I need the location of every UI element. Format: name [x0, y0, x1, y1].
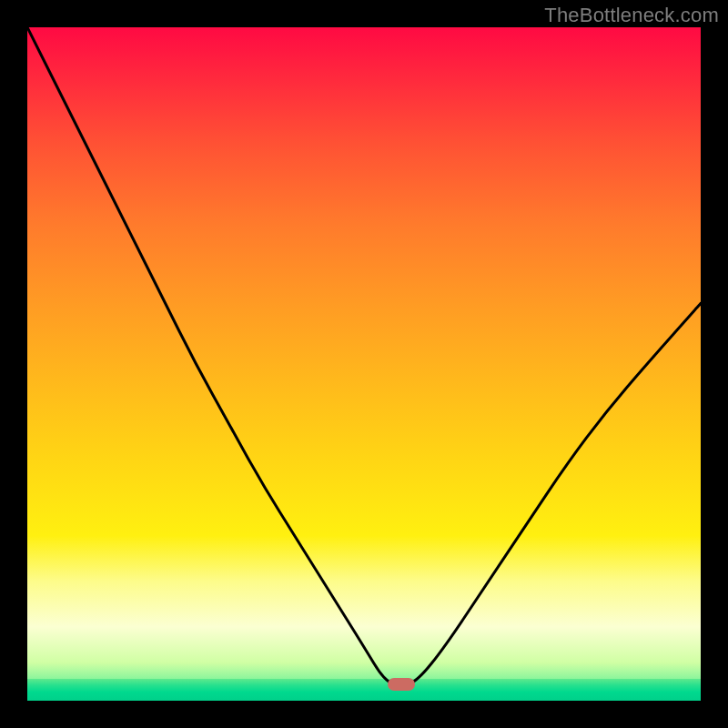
- bottleneck-curve-path: [27, 27, 701, 685]
- watermark-text: TheBottleneck.com: [544, 4, 719, 27]
- chart-frame: TheBottleneck.com: [0, 0, 728, 728]
- curve-svg: [27, 27, 701, 701]
- plot-area: [27, 27, 701, 701]
- optimal-marker: [388, 678, 415, 691]
